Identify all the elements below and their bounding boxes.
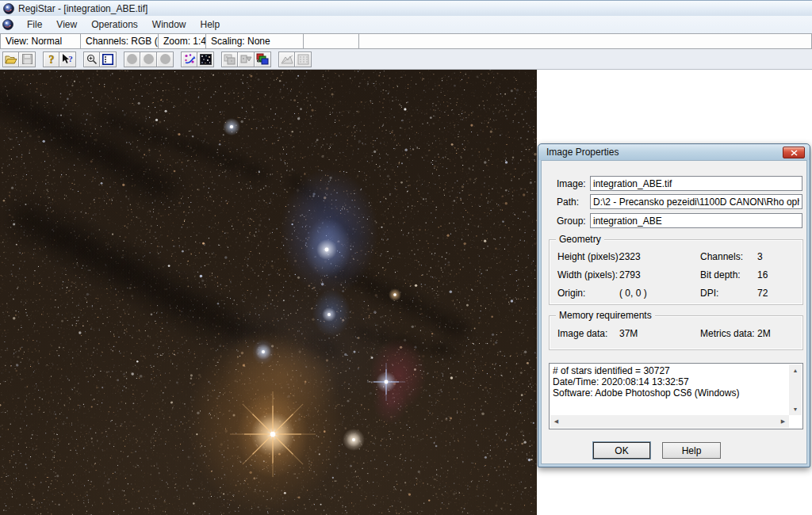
zoom-button[interactable]: [83, 52, 100, 67]
astro-image-view[interactable]: [0, 70, 537, 515]
combine-2-button: [238, 52, 255, 67]
bitdepth-value: 16: [757, 269, 768, 280]
arrow-question-icon: ?: [61, 53, 74, 65]
menu-item-window[interactable]: Window: [145, 17, 193, 32]
channels-value: 3: [757, 251, 763, 262]
combine-icon: [224, 54, 236, 65]
status-zoom: Zoom: 1:4: [159, 33, 206, 49]
menu-item-operations[interactable]: Operations: [84, 17, 145, 32]
scroll-right-icon[interactable]: ▶: [777, 415, 789, 428]
metadata-text: # of stars identified = 30727 Date/Time:…: [550, 364, 789, 415]
image-data-value: 37M: [619, 328, 638, 339]
starfield-view-button[interactable]: [197, 52, 214, 67]
image-properties-dialog: Image Properties Image: Path: Group: Geo…: [538, 143, 810, 467]
combine-arrow-icon: [240, 54, 252, 65]
circle-icon: [160, 54, 170, 64]
register-images-button[interactable]: [181, 52, 197, 67]
mdi-client-area: Image Properties Image: Path: Group: Geo…: [0, 70, 812, 515]
svg-text:?: ?: [68, 54, 73, 63]
height-label: Height (pixels):: [557, 251, 621, 262]
image-name-field[interactable]: [590, 176, 802, 191]
group-field[interactable]: [590, 213, 802, 228]
origin-value: ( 0, 0 ): [619, 288, 647, 299]
status-channels: Channels: RGB (0): [81, 33, 159, 49]
toolbar: ? ?: [0, 49, 812, 70]
dpi-label: DPI:: [700, 288, 718, 299]
circle-icon: [144, 54, 154, 64]
grid-view-button: [295, 52, 312, 67]
save-file-button: [19, 52, 36, 67]
close-icon: [791, 150, 798, 156]
metrics-data-value: 2M: [757, 328, 771, 339]
metadata-line-software: Software: Adobe Photoshop CS6 (Windows): [553, 387, 787, 399]
dialog-title: Image Properties: [546, 147, 619, 158]
dot-grid-icon: [297, 54, 309, 65]
menu-bar: File View Operations Window Help: [0, 16, 812, 33]
circle-tool-2-button: [140, 52, 157, 67]
origin-label: Origin:: [557, 288, 585, 299]
open-file-button[interactable]: [2, 52, 19, 67]
vertical-scrollbar[interactable]: ▲ ▼: [789, 364, 802, 415]
context-help-button[interactable]: ?: [59, 52, 76, 67]
metadata-line-stars: # of stars identified = 30727: [553, 365, 787, 376]
close-button[interactable]: [783, 147, 805, 158]
metrics-data-label: Metrics data:: [700, 328, 755, 339]
menu-item-file[interactable]: File: [20, 17, 49, 32]
geometry-group-title: Geometry: [556, 234, 604, 245]
open-folder-icon: [5, 54, 17, 65]
registar-app-icon: [3, 3, 14, 14]
path-field[interactable]: [590, 194, 802, 209]
view-panel-button[interactable]: [100, 52, 117, 67]
help-button[interactable]: ?: [43, 52, 59, 67]
bitdepth-label: Bit depth:: [700, 269, 741, 280]
status-bar: View: Normal Channels: RGB (0) Zoom: 1:4…: [0, 33, 812, 49]
rgb-align-button[interactable]: [255, 52, 271, 67]
status-view-mode: View: Normal: [0, 33, 81, 49]
status-scaling: Scaling: None: [206, 33, 304, 49]
dialog-client: Image: Path: Group: Geometry Height (pix…: [541, 160, 807, 464]
dialog-titlebar[interactable]: Image Properties: [538, 144, 810, 160]
scroll-up-icon[interactable]: ▲: [789, 364, 802, 376]
image-data-label: Image data:: [557, 328, 607, 339]
group-label: Group:: [557, 216, 590, 227]
save-floppy-icon: [22, 54, 33, 64]
memory-groupbox: Memory requirements Image data: 37M Metr…: [549, 315, 803, 350]
status-empty-1: [304, 33, 359, 49]
path-label: Path:: [557, 196, 590, 208]
help-question-icon: ?: [47, 53, 56, 65]
combine-1-button: [221, 52, 238, 67]
histogram-icon: [281, 54, 293, 65]
help-button-dialog[interactable]: Help: [662, 442, 721, 459]
scroll-left-icon[interactable]: ◀: [550, 415, 562, 428]
geometry-groupbox: Geometry Height (pixels): 2323 Width (pi…: [549, 239, 803, 305]
register-stars-icon: [183, 53, 196, 65]
channels-label: Channels:: [700, 251, 743, 262]
ok-button[interactable]: OK: [593, 442, 650, 459]
metadata-infobox[interactable]: # of stars identified = 30727 Date/Time:…: [549, 363, 803, 429]
image-label: Image:: [557, 178, 590, 189]
dpi-value: 72: [757, 288, 768, 299]
horizontal-scrollbar[interactable]: ◀ ▶: [550, 415, 789, 428]
registar-app: RegiStar - [integration_ABE.tif] File Vi…: [0, 0, 812, 515]
window-titlebar: RegiStar - [integration_ABE.tif]: [0, 0, 812, 16]
circle-tool-3-button: [157, 52, 174, 67]
magnifier-icon: [86, 54, 98, 65]
svg-text:?: ?: [48, 54, 54, 66]
metadata-line-datetime: Date/Time: 2020:08:14 13:32:57: [553, 376, 787, 387]
scroll-down-icon[interactable]: ▼: [789, 403, 802, 415]
menu-item-view[interactable]: View: [49, 17, 84, 32]
histogram-button: [278, 52, 295, 67]
width-value: 2793: [619, 269, 641, 280]
circle-icon: [127, 54, 137, 64]
memory-group-title: Memory requirements: [556, 310, 655, 321]
status-empty-2: [359, 33, 812, 49]
menu-item-help[interactable]: Help: [193, 17, 228, 32]
rgb-layers-icon: [256, 53, 269, 65]
circle-tool-1-button: [124, 52, 140, 67]
width-label: Width (pixels):: [557, 269, 618, 280]
starfield-icon: [200, 54, 212, 65]
window-title: RegiStar - [integration_ABE.tif]: [18, 3, 147, 14]
panel-icon: [102, 54, 113, 65]
height-value: 2323: [619, 251, 641, 262]
document-icon: [2, 19, 13, 30]
